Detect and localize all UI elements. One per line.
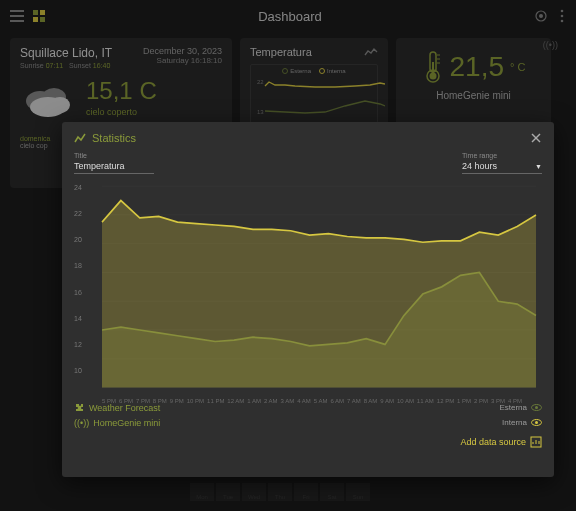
week-bars: MonTueWedThuFriSatSun [190, 483, 370, 501]
mini-chart-title: Temperatura [250, 46, 312, 58]
weather-desc: cielo coperto [86, 107, 164, 117]
signal-icon: ((•)) [543, 40, 558, 50]
more-icon[interactable] [556, 9, 568, 23]
mini-legend: Esterna Interna [255, 68, 373, 74]
main-chart [74, 184, 542, 394]
svg-point-11 [561, 20, 564, 23]
statistics-modal: Statistics Title Temperatura Time range … [62, 122, 554, 477]
svg-point-38 [535, 406, 538, 409]
cloud-icon [20, 77, 76, 119]
svg-rect-3 [33, 10, 38, 15]
chart-icon[interactable] [364, 47, 378, 57]
hg-temp: 21,5 [450, 51, 505, 83]
close-icon[interactable] [530, 132, 542, 144]
svg-point-8 [539, 14, 543, 18]
svg-point-15 [50, 97, 70, 113]
svg-rect-4 [40, 10, 45, 15]
page-title: Dashboard [46, 9, 534, 24]
dashboard-icon[interactable] [32, 9, 46, 23]
location: Squillace Lido, IT [20, 46, 112, 60]
y-axis: 2422201816141210 [74, 184, 82, 374]
weather-temp: 15,1 C [86, 77, 164, 105]
svg-point-10 [561, 15, 564, 18]
add-data-source[interactable]: Add data source [74, 436, 542, 448]
hg-name: HomeGenie mini [406, 90, 541, 101]
svg-marker-36 [102, 201, 536, 388]
range-select[interactable]: Time range 24 hours▼ [462, 152, 542, 174]
svg-rect-6 [40, 17, 45, 22]
svg-point-9 [561, 10, 564, 13]
modal-title: Statistics [92, 132, 524, 144]
chevron-down-icon: ▼ [535, 163, 542, 170]
forecast-day: domenicacielo cop [20, 135, 50, 149]
svg-text:22: 22 [257, 79, 264, 85]
stats-icon [74, 132, 86, 144]
svg-rect-5 [33, 17, 38, 22]
mini-chart-svg: 2213 [255, 76, 385, 118]
title-input[interactable]: Title Temperatura [74, 152, 154, 174]
x-axis: 5 PM6 PM7 PM8 PM9 PM10 PM11 PM12 AM1 AM2… [74, 398, 542, 404]
date-block: December 30, 2023 Saturday 16:18:10 [143, 46, 222, 69]
thermometer-icon [422, 50, 444, 84]
data-sources: Weather ForecastEsterna((•))HomeGenie mi… [74, 400, 542, 430]
voice-icon[interactable] [534, 9, 548, 23]
add-chart-icon [530, 436, 542, 448]
visibility-icon[interactable] [531, 417, 542, 428]
sun-times: Sunrise 07:11 Sunset 16:40 [20, 62, 112, 69]
svg-point-40 [535, 421, 538, 424]
data-source-row[interactable]: ((•))HomeGenie mini [74, 418, 160, 428]
menu-icon[interactable] [8, 7, 26, 25]
svg-text:13: 13 [257, 109, 264, 115]
svg-rect-21 [432, 62, 434, 74]
